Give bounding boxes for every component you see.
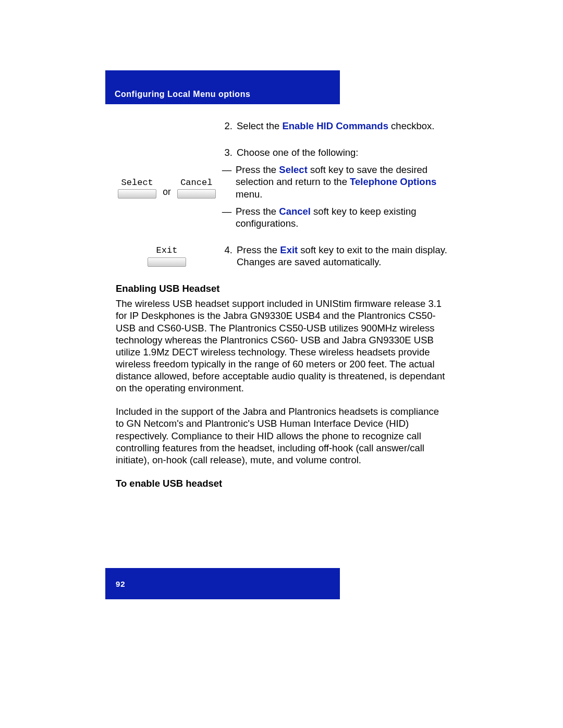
paragraph: Included in the support of the Jabra and… — [116, 405, 449, 466]
term-cancel: Cancel — [279, 206, 311, 217]
step-text: Choose one of the following: — [237, 146, 449, 158]
or-label: or — [163, 187, 171, 198]
softkey-label-exit: Exit — [156, 245, 178, 256]
dash: — — [218, 164, 236, 200]
text-fragment: Press the — [236, 164, 279, 175]
dash: — — [218, 205, 236, 229]
text-fragment: Select the — [237, 120, 282, 131]
step-3: Select or Cancel 3. Choose one of the fo… — [116, 146, 449, 229]
header-title: Configuring Local Menu options — [115, 90, 250, 99]
step-text: Press the Exit soft key to exit to the m… — [237, 244, 449, 268]
substep-text: Press the Cancel soft key to keep existi… — [236, 205, 449, 229]
paragraph: The wireless USB headset support include… — [116, 298, 449, 394]
term-enable-hid: Enable HID Commands — [282, 120, 388, 131]
page-number: 92 — [116, 579, 126, 588]
section-heading-to-enable: To enable USB headset — [116, 477, 449, 489]
term-select: Select — [279, 164, 308, 175]
text-fragment: menu. — [236, 189, 262, 200]
term-telephone-options: Telephone Options — [350, 176, 436, 187]
text-fragment: Press the — [236, 206, 279, 217]
step-4: Exit 4. Press the Exit soft key to exit … — [116, 244, 449, 268]
substep-text: Press the Select soft key to save the de… — [236, 164, 449, 200]
softkey-select[interactable] — [118, 189, 156, 199]
softkey-exit[interactable] — [148, 257, 186, 267]
footer-band: 92 — [105, 568, 340, 599]
softkey-cancel[interactable] — [177, 189, 216, 199]
step-text: Select the Enable HID Commands checkbox. — [237, 120, 449, 132]
section-heading-enabling-usb: Enabling USB Headset — [116, 282, 449, 294]
step-number: 4. — [218, 244, 237, 268]
softkey-group: Select or Cancel — [118, 177, 216, 199]
content-area: 2. Select the Enable HID Commands checkb… — [116, 120, 449, 489]
softkey-label-select: Select — [121, 177, 153, 188]
softkey-label-cancel: Cancel — [180, 177, 212, 188]
step-number: 3. — [218, 146, 237, 158]
text-fragment: checkbox. — [388, 120, 434, 131]
step-number: 2. — [218, 120, 237, 132]
header-band: Configuring Local Menu options — [105, 70, 340, 104]
term-exit: Exit — [280, 244, 298, 255]
step-2: 2. Select the Enable HID Commands checkb… — [116, 120, 449, 132]
text-fragment: Press the — [237, 244, 280, 255]
